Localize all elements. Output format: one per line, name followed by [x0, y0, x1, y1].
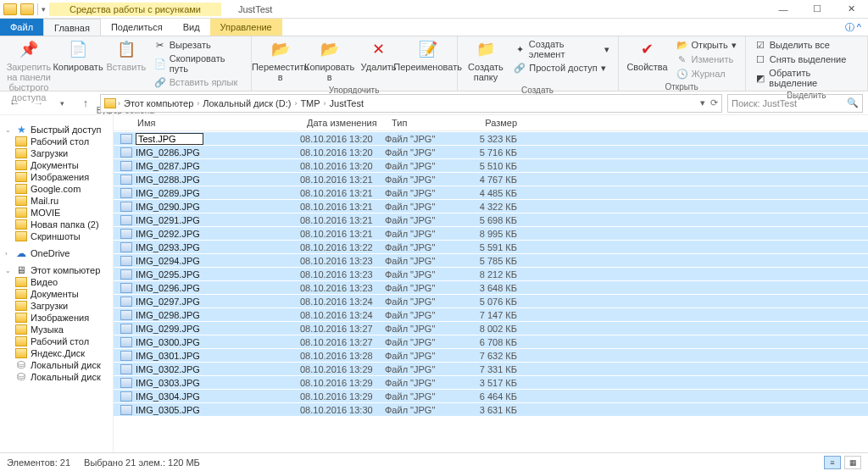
col-size[interactable]: Размер [459, 118, 527, 128]
nav-forward-icon[interactable]: → [29, 94, 47, 113]
table-row[interactable]: IMG_0296.JPG 08.10.2016 13:23 Файл "JPG"… [114, 280, 868, 294]
crumb[interactable]: TMP [298, 98, 321, 108]
search-input[interactable]: Поиск: JustTest 🔍 [727, 94, 863, 113]
tree-item[interactable]: Загрузки [0, 300, 113, 312]
properties-button[interactable]: ✔Свойства [624, 38, 671, 74]
tree-item[interactable]: MOVIE [0, 207, 113, 219]
tree-item[interactable]: Рабочий стол [0, 136, 113, 147]
table-row[interactable]: IMG_0299.JPG 08.10.2016 13:27 Файл "JPG"… [114, 321, 868, 335]
refresh-icon[interactable]: ⟳ [710, 97, 718, 108]
tree-onedrive[interactable]: ›☁OneDrive [0, 247, 113, 259]
tree-item[interactable]: Рабочий стол [0, 335, 113, 347]
table-row[interactable]: IMG_0302.JPG 08.10.2016 13:29 Файл "JPG"… [114, 362, 868, 375]
crumb[interactable]: Локальный диск (D:) [201, 98, 292, 108]
copy-path-button[interactable]: 📄Скопировать путь [151, 53, 246, 75]
table-row[interactable]: IMG_0305.JPG 08.10.2016 13:30 Файл "JPG"… [114, 402, 868, 416]
table-row[interactable]: IMG_0289.JPG 08.10.2016 13:21 Файл "JPG"… [114, 186, 868, 199]
table-row[interactable]: IMG_0300.JPG 08.10.2016 13:27 Файл "JPG"… [114, 335, 868, 348]
nav-up-icon[interactable]: ↑ [76, 94, 95, 113]
tree-item[interactable]: Изображения [0, 171, 113, 183]
tree-item[interactable]: Новая папка (2) [0, 219, 113, 230]
copy-button[interactable]: 📄Копировать [54, 38, 102, 74]
tree-item[interactable]: Видео [0, 276, 113, 288]
easy-access-button[interactable]: 🔗Простой доступ ▾ [510, 61, 612, 75]
rename-input[interactable] [136, 133, 203, 145]
copyto-button[interactable]: 📂Копировать в [306, 38, 353, 84]
tree-item[interactable]: Документы [0, 288, 113, 300]
table-row[interactable]: IMG_0297.JPG 08.10.2016 13:24 Файл "JPG"… [114, 294, 868, 308]
new-item-button[interactable]: ✦Создать элемент ▾ [510, 38, 612, 60]
table-row[interactable]: IMG_0286.JPG 08.10.2016 13:20 Файл "JPG"… [114, 145, 868, 158]
table-row[interactable]: IMG_0290.JPG 08.10.2016 13:21 Файл "JPG"… [114, 199, 868, 213]
moveto-button[interactable]: 📂Переместить в [257, 38, 304, 84]
crumb[interactable]: JustTest [328, 98, 365, 108]
edit-icon: ✎ [676, 53, 688, 65]
table-row[interactable]: IMG_0304.JPG 08.10.2016 13:29 Файл "JPG"… [114, 389, 868, 402]
group-label: Открыть [624, 80, 740, 91]
minimize-button[interactable]: — [766, 0, 800, 19]
tree-item[interactable]: Изображения [0, 312, 113, 324]
table-row[interactable]: IMG_0292.JPG 08.10.2016 13:21 Файл "JPG"… [114, 226, 868, 240]
tree-item[interactable]: Google.com [0, 183, 113, 195]
rename-button[interactable]: 📝Переименовать [404, 38, 452, 74]
breadcrumb[interactable]: › Этот компьютер › Локальный диск (D:) ›… [100, 94, 722, 113]
tab-home[interactable]: Главная [43, 19, 101, 36]
file-type: Файл "JPG" [385, 256, 459, 266]
table-row[interactable]: IMG_0303.JPG 08.10.2016 13:29 Файл "JPG"… [114, 375, 868, 389]
tree-item[interactable]: Скриншоты [0, 230, 113, 242]
select-none-button[interactable]: ☐Снять выделение [751, 53, 862, 66]
qat-folder-icon[interactable] [20, 3, 34, 15]
tab-file[interactable]: Файл [0, 19, 43, 36]
ribbon-collapse-icon[interactable]: ⓘ ^ [838, 19, 868, 36]
tree-this-pc[interactable]: ⌄🖥Этот компьютер [0, 264, 113, 276]
cut-button[interactable]: ✂Вырезать [151, 38, 246, 52]
contextual-tab-label: Средства работы с рисунками [49, 3, 221, 16]
tree-item[interactable]: Яндекс.Диск [0, 347, 113, 359]
table-row[interactable]: IMG_0298.JPG 08.10.2016 13:24 Файл "JPG"… [114, 308, 868, 321]
col-type[interactable]: Тип [385, 118, 459, 128]
col-name[interactable]: Имя [114, 118, 300, 128]
table-row[interactable]: IMG_0301.JPG 08.10.2016 13:28 Файл "JPG"… [114, 348, 868, 362]
table-row[interactable]: IMG_0291.JPG 08.10.2016 13:21 Файл "JPG"… [114, 213, 868, 226]
tree-quick-access[interactable]: ⌄★Быстрый доступ [0, 124, 113, 136]
table-row[interactable]: IMG_0294.JPG 08.10.2016 13:23 Файл "JPG"… [114, 253, 868, 267]
tree-item[interactable]: Mail.ru [0, 195, 113, 207]
table-row[interactable]: IMG_0288.JPG 08.10.2016 13:21 Файл "JPG"… [114, 172, 868, 186]
new-folder-button[interactable]: 📁Создать папку [463, 38, 509, 84]
tab-share[interactable]: Поделиться [101, 19, 173, 36]
file-name: IMG_0296.JPG [136, 283, 300, 293]
tree-item[interactable]: Музыка [0, 324, 113, 335]
select-all-button[interactable]: ☑Выделить все [751, 38, 862, 52]
nav-back-icon[interactable]: ← [5, 94, 24, 113]
view-icons-icon[interactable]: ▦ [844, 456, 861, 469]
history-button[interactable]: 🕓Журнал [673, 67, 740, 80]
qat-dropdown-icon[interactable]: ▾ [42, 5, 46, 14]
file-icon [120, 242, 132, 252]
dropdown-icon[interactable]: ▾ [700, 97, 705, 108]
edit-button[interactable]: ✎Изменить [673, 53, 740, 66]
file-name: IMG_0288.JPG [136, 175, 300, 185]
tree-item[interactable]: Документы [0, 159, 113, 171]
file-size: 4 485 КБ [459, 188, 527, 198]
tab-manage[interactable]: Управление [210, 19, 282, 36]
tree-item[interactable]: Загрузки [0, 147, 113, 159]
file-icon [120, 256, 132, 266]
col-date[interactable]: Дата изменения [300, 118, 385, 128]
table-row[interactable]: 08.10.2016 13:20 Файл "JPG" 5 323 КБ [114, 131, 868, 145]
table-row[interactable]: IMG_0295.JPG 08.10.2016 13:23 Файл "JPG"… [114, 267, 868, 280]
tree-item[interactable]: ⛁Локальный диск [0, 359, 113, 371]
table-row[interactable]: IMG_0287.JPG 08.10.2016 13:20 Файл "JPG"… [114, 158, 868, 172]
open-button[interactable]: 📂Открыть ▾ [673, 38, 740, 52]
crumb[interactable]: Этот компьютер [122, 98, 195, 108]
close-button[interactable]: ✕ [834, 0, 868, 19]
view-details-icon[interactable]: ≡ [824, 456, 841, 469]
nav-tree[interactable]: ⌄★Быстрый доступРабочий столЗагрузкиДоку… [0, 115, 114, 452]
paste-button[interactable]: 📋Вставить [103, 38, 149, 74]
paste-shortcut-button[interactable]: 🔗Вставить ярлык [151, 75, 246, 89]
maximize-button[interactable]: ☐ [800, 0, 834, 19]
tree-item[interactable]: ⛁Локальный диск [0, 371, 113, 383]
nav-recent-icon[interactable]: ▾ [53, 94, 71, 113]
invert-selection-button[interactable]: ◩Обратить выделение [751, 67, 862, 89]
table-row[interactable]: IMG_0293.JPG 08.10.2016 13:22 Файл "JPG"… [114, 240, 868, 253]
tab-view[interactable]: Вид [173, 19, 210, 36]
